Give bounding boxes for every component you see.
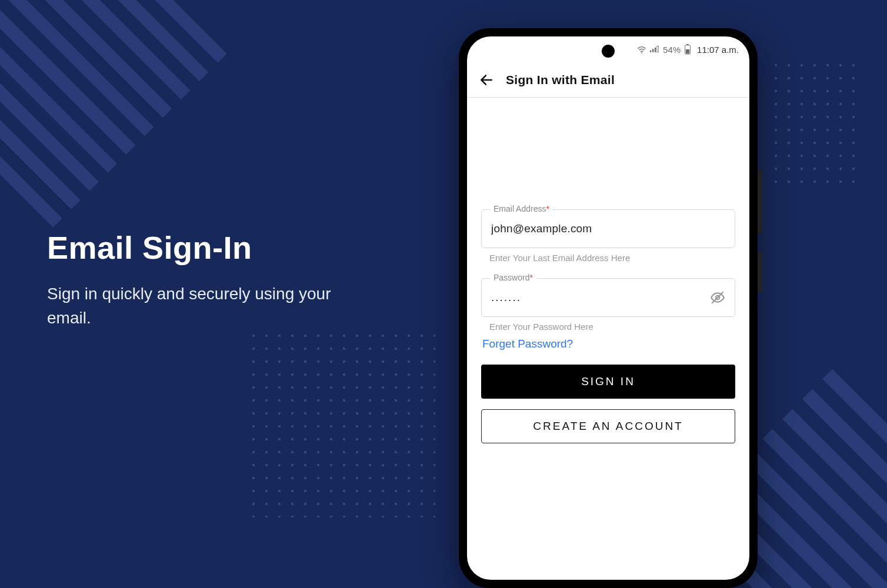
email-label-text: Email Address	[493, 204, 546, 213]
required-mark: *	[529, 273, 532, 282]
forgot-password-link[interactable]: Forget Password?	[481, 338, 735, 365]
status-time: 11:07 a.m.	[697, 45, 739, 55]
hero-title: Email Sign-In	[47, 229, 353, 266]
wifi-icon	[637, 45, 646, 54]
password-label: Password*	[490, 273, 536, 282]
hero-block: Email Sign-In Sign in quickly and secure…	[47, 229, 353, 330]
svg-rect-2	[652, 49, 653, 52]
decor-stripes-top-left	[0, 0, 228, 228]
camera-notch	[602, 45, 615, 58]
hero-subtitle: Sign in quickly and securely using your …	[47, 282, 353, 330]
phone-power-button	[758, 169, 762, 234]
decor-dots-right	[769, 59, 863, 188]
signin-form: Email Address* Enter Your Last Email Add…	[467, 98, 749, 443]
battery-percent: 54%	[663, 45, 681, 55]
email-field-wrap: Email Address*	[481, 209, 735, 248]
appbar-title: Sign In with Email	[506, 73, 615, 87]
email-input[interactable]	[491, 222, 725, 235]
svg-rect-1	[650, 51, 651, 52]
eye-off-icon	[710, 290, 725, 305]
battery-icon	[684, 44, 691, 55]
phone-body: 54% 11:07 a.m. Si	[459, 28, 758, 588]
svg-rect-4	[657, 46, 658, 52]
password-field-wrap: Password*	[481, 278, 735, 317]
decor-dots-mid	[247, 329, 435, 517]
signal-icon	[650, 45, 659, 54]
phone-volume-button	[758, 252, 762, 293]
create-account-button[interactable]: CREATE AN ACCOUNT	[481, 409, 735, 443]
signin-button[interactable]: SIGN IN	[481, 365, 735, 399]
phone-mockup: 54% 11:07 a.m. Si	[459, 28, 758, 588]
svg-rect-7	[686, 49, 689, 54]
password-input[interactable]	[491, 291, 710, 304]
back-button[interactable]	[478, 71, 495, 89]
password-hint: Enter Your Password Here	[481, 320, 735, 338]
svg-point-0	[641, 52, 642, 54]
svg-rect-3	[655, 48, 656, 52]
toggle-password-visibility[interactable]	[710, 289, 725, 306]
arrow-left-icon	[479, 72, 494, 88]
password-label-text: Password	[493, 273, 529, 282]
phone-screen: 54% 11:07 a.m. Si	[467, 36, 749, 580]
app-bar: Sign In with Email	[467, 62, 749, 98]
required-mark: *	[546, 204, 549, 213]
email-label: Email Address*	[490, 204, 553, 213]
